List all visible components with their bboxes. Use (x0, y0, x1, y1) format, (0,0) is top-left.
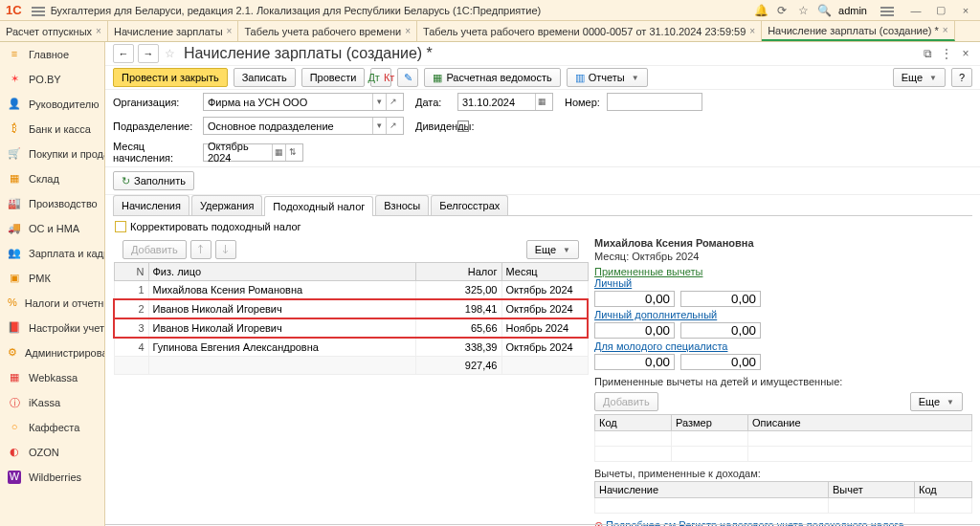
user-label[interactable]: admin (838, 5, 867, 16)
doctab-3[interactable]: Табель учета рабочего времени 0000-0057 … (417, 21, 762, 41)
sidebar-item[interactable]: ₿Банк и касса (0, 117, 104, 142)
close-icon[interactable]: × (227, 26, 233, 36)
table-row[interactable]: 4Гупинова Евгения Александровна338,39Окт… (114, 338, 588, 357)
favorite-icon[interactable]: ☆ (163, 47, 176, 60)
tab-income-tax[interactable]: Подоходный налог (264, 196, 373, 216)
bell-icon[interactable]: 🔔 (754, 4, 768, 17)
sidebar-item[interactable]: %Налоги и отчетность (0, 291, 104, 316)
more-deductions-button[interactable]: Еще▼ (910, 392, 963, 411)
young-link[interactable]: Для молодого специалиста (594, 340, 727, 352)
personal-ext-link[interactable]: Личный дополнительный (594, 309, 717, 320)
add-row-button[interactable]: Добавить (122, 240, 187, 259)
col-tax[interactable]: Налог (415, 263, 501, 281)
org-field[interactable]: Фирма на УСН ООО▾↗ (203, 93, 404, 111)
move-down-button[interactable]: 🡓 (215, 240, 236, 259)
sidebar-item[interactable]: 🛒Покупки и продажи (0, 142, 104, 166)
sidebar-item[interactable]: ▦Webkassa (0, 365, 104, 390)
personal-v1[interactable] (594, 291, 675, 307)
table-row[interactable]: 1Михайлова Ксения Романовна325,00Октябрь… (114, 281, 588, 300)
doctab-2[interactable]: Табель учета рабочего времени× (238, 21, 417, 41)
young-v3b[interactable] (680, 354, 761, 370)
col-acc[interactable]: Начисление (595, 482, 829, 498)
menu-right-icon[interactable] (880, 5, 894, 16)
close-button[interactable]: × (957, 5, 974, 16)
sidebar-item[interactable]: ▦Склад (0, 166, 104, 191)
open-ref-icon[interactable]: ↗ (386, 94, 399, 110)
post-button[interactable]: Провести (301, 68, 366, 87)
col-fio[interactable]: Физ. лицо (148, 263, 415, 281)
sidebar-item[interactable]: ▣РМК (0, 266, 104, 291)
payslip-button[interactable]: ▦ Расчетная ведомость (424, 68, 560, 87)
save-button[interactable]: Записать (234, 68, 296, 87)
history-icon[interactable]: ⟳ (775, 4, 789, 17)
dept-field[interactable]: Основное подразделение▾↗ (203, 117, 404, 135)
col-code[interactable]: Код (595, 415, 672, 431)
more-icon[interactable]: ⋮ (940, 47, 953, 60)
col-code2[interactable]: Код (915, 482, 972, 498)
sidebar-item[interactable]: ⚙Администрирование (0, 340, 104, 365)
applied-deductions-link[interactable]: Примененные вычеты (594, 266, 972, 277)
doctab-0[interactable]: Расчет отпускных× (0, 21, 108, 41)
chevron-down-icon[interactable]: ▾ (372, 94, 386, 110)
sidebar-item[interactable]: ≡Главное (0, 42, 104, 67)
reports-button[interactable]: ▥ Отчеты▼ (567, 68, 648, 87)
dt-kt-button[interactable]: ДтКт (370, 68, 391, 87)
minimize-button[interactable]: — (907, 5, 924, 16)
tab-deductions[interactable]: Удержания (191, 195, 262, 215)
fill-button[interactable]: ↻ Заполнить (113, 171, 194, 190)
month-field[interactable]: Октябрь 2024▦⇅ (203, 143, 303, 162)
close-icon[interactable]: × (749, 26, 755, 36)
calendar-icon[interactable]: ▦ (272, 144, 285, 161)
col-ded[interactable]: Вычет (829, 482, 915, 498)
tab-accruals[interactable]: Начисления (113, 195, 189, 215)
chevron-down-icon[interactable]: ▾ (372, 118, 386, 134)
dividends-checkbox[interactable] (457, 121, 469, 132)
tab-belgosstrakh[interactable]: Белгосстрах (431, 195, 508, 215)
sidebar-item[interactable]: ⓘiKassa (0, 390, 104, 415)
table-row[interactable]: 3Иванов Николай Игоревич65,66Ноябрь 2024 (114, 318, 588, 338)
num-field[interactable] (607, 93, 702, 111)
more-button[interactable]: Еще▼ (893, 68, 946, 87)
personal-link[interactable]: Личный (594, 277, 632, 289)
hamburger-icon[interactable] (32, 5, 45, 16)
sidebar-item[interactable]: 👥Зарплата и кадры (0, 241, 104, 266)
personal-ext-v2[interactable] (594, 322, 675, 339)
move-up-button[interactable]: 🡑 (190, 240, 212, 259)
close-doc-icon[interactable]: × (959, 47, 972, 60)
close-icon[interactable]: × (96, 26, 101, 36)
close-icon[interactable]: × (405, 26, 411, 36)
nav-forward-button[interactable]: → (138, 44, 159, 63)
stepper-icon[interactable]: ⇅ (285, 144, 299, 161)
doctab-1[interactable]: Начисление зарплаты× (108, 21, 238, 41)
open-ref-icon[interactable]: ↗ (386, 118, 399, 134)
more-rows-button[interactable]: Еще▼ (526, 240, 579, 259)
maximize-button[interactable]: ▢ (932, 4, 949, 16)
personal-v1b[interactable] (680, 291, 761, 307)
table-row[interactable]: 2Иванов Николай Игоревич198,41Октябрь 20… (114, 299, 588, 318)
t-sheet-button[interactable]: ✎ (397, 68, 418, 87)
nav-back-button[interactable]: ← (113, 44, 134, 63)
search-icon[interactable]: 🔍 (817, 4, 831, 17)
sidebar-item[interactable]: ◐OZON (0, 440, 104, 465)
col-size[interactable]: Размер (672, 415, 748, 431)
calendar-icon[interactable]: ▦ (535, 94, 548, 110)
col-desc[interactable]: Описание (748, 415, 972, 431)
col-n[interactable]: N (114, 263, 148, 281)
doctab-4[interactable]: Начисление зарплаты (создание) *× (762, 21, 954, 41)
sidebar-item[interactable]: 👤Руководителю (0, 92, 104, 117)
open-window-icon[interactable]: ⧉ (921, 47, 934, 60)
sidebar-item[interactable]: 📕Настройки учета (0, 316, 104, 340)
tab-contributions[interactable]: Взносы (375, 195, 429, 215)
sidebar-item[interactable]: ✶PO.BY (0, 67, 104, 92)
close-icon[interactable]: × (943, 25, 948, 35)
add-deduction-button[interactable]: Добавить (594, 392, 658, 411)
post-close-button[interactable]: Провести и закрыть (113, 68, 228, 87)
sidebar-item[interactable]: 🏭Производство (0, 191, 104, 216)
sidebar-item[interactable]: WWildberries (0, 465, 104, 490)
young-v3[interactable] (594, 354, 675, 370)
col-month[interactable]: Месяц (501, 263, 588, 281)
star-icon[interactable]: ☆ (796, 4, 810, 17)
date-field[interactable]: 31.10.2024▦ (457, 93, 553, 111)
personal-ext-v2b[interactable] (680, 322, 761, 339)
help-button[interactable]: ? (951, 68, 972, 87)
